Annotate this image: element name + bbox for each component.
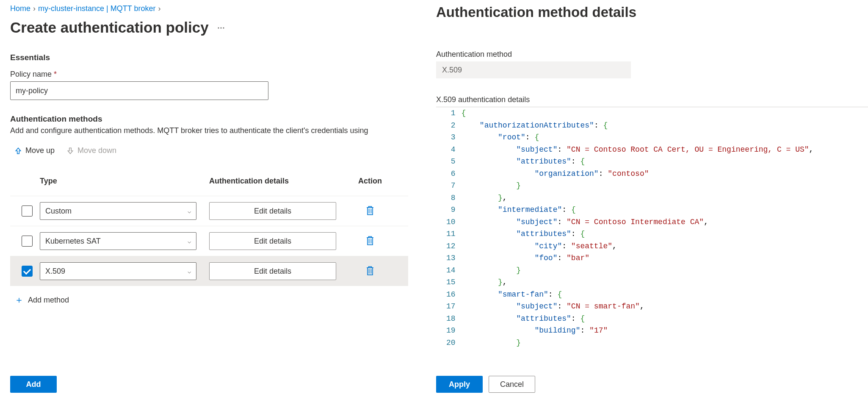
chevron-down-icon: ⌵: [188, 238, 191, 244]
right-pane-title: Authentication method details: [436, 4, 868, 20]
add-method-button[interactable]: ＋ Add method: [10, 294, 419, 306]
more-actions-button[interactable]: ⋯: [217, 23, 226, 32]
auth-methods-grid: Type Authentication details Action Custo…: [10, 166, 408, 286]
auth-method-label: Authentication method: [436, 50, 868, 59]
breadcrumb-home[interactable]: Home: [10, 4, 30, 13]
plus-icon: ＋: [14, 294, 24, 306]
json-editor[interactable]: 1 2 3 4 5 6 7 8 9 10 11 12 13 14 15 16 1…: [436, 107, 868, 349]
delete-row-button[interactable]: [365, 205, 375, 217]
delete-row-button[interactable]: [365, 236, 375, 247]
col-header-type: Type: [40, 177, 209, 186]
grid-header: Type Authentication details Action: [10, 166, 408, 196]
row-checkbox[interactable]: [22, 266, 33, 277]
right-footer: Apply Cancel: [436, 376, 535, 393]
command-bar: Move up Move down: [10, 143, 419, 158]
table-row[interactable]: Custom⌵Edit details: [10, 196, 408, 226]
chevron-right-icon: ›: [33, 4, 36, 13]
arrow-up-icon: [14, 147, 22, 155]
apply-button[interactable]: Apply: [436, 376, 483, 393]
right-pane: Authentication method details Authentica…: [419, 0, 868, 397]
policy-name-label: Policy name *: [10, 70, 419, 79]
page-title: Create authentication policy ⋯: [10, 19, 419, 36]
chevron-down-icon: ⌵: [188, 208, 191, 214]
editor-code[interactable]: { "authorizationAttributes": { "root": {…: [462, 107, 831, 349]
col-header-action: Action: [345, 177, 395, 186]
row-checkbox[interactable]: [22, 205, 33, 217]
chevron-down-icon: ⌵: [188, 268, 191, 275]
left-pane: Home › my-cluster-instance | MQTT broker…: [0, 0, 419, 397]
type-select-value: X.509: [45, 267, 65, 276]
move-up-label: Move up: [25, 146, 55, 155]
essentials-heading: Essentials: [10, 53, 419, 62]
table-row[interactable]: Kubernetes SAT⌵Edit details: [10, 226, 408, 256]
x509-details-label: X.509 authentication details: [436, 95, 868, 104]
add-button[interactable]: Add: [10, 376, 57, 393]
page-title-text: Create authentication policy: [10, 19, 209, 36]
type-select[interactable]: X.509⌵: [40, 262, 196, 280]
add-method-label: Add method: [28, 296, 69, 305]
col-header-details: Authentication details: [209, 177, 345, 186]
required-asterisk: *: [54, 70, 57, 78]
type-select[interactable]: Kubernetes SAT⌵: [40, 232, 196, 250]
move-down-button[interactable]: Move down: [66, 146, 116, 155]
chevron-right-icon: ›: [158, 4, 160, 13]
breadcrumb: Home › my-cluster-instance | MQTT broker…: [10, 4, 419, 13]
auth-method-field: Authentication method: [436, 50, 868, 78]
editor-gutter: 1 2 3 4 5 6 7 8 9 10 11 12 13 14 15 16 1…: [436, 107, 462, 349]
move-down-label: Move down: [77, 146, 116, 155]
policy-name-label-text: Policy name: [10, 70, 52, 78]
type-select-value: Custom: [45, 207, 72, 216]
left-footer: Add: [10, 376, 57, 393]
breadcrumb-cluster[interactable]: my-cluster-instance | MQTT broker: [38, 4, 155, 13]
delete-row-button[interactable]: [365, 266, 375, 277]
edit-details-button[interactable]: Edit details: [209, 202, 336, 220]
auth-method-input: [436, 61, 631, 78]
policy-name-input[interactable]: [10, 81, 268, 100]
move-up-button[interactable]: Move up: [14, 146, 55, 155]
row-checkbox[interactable]: [22, 236, 33, 247]
type-select-value: Kubernetes SAT: [45, 237, 101, 246]
edit-details-button[interactable]: Edit details: [209, 262, 336, 280]
auth-methods-helper: Add and configure authentication methods…: [10, 126, 419, 135]
type-select[interactable]: Custom⌵: [40, 202, 196, 220]
arrow-down-icon: [66, 147, 74, 155]
edit-details-button[interactable]: Edit details: [209, 232, 336, 250]
auth-methods-heading: Authentication methods: [10, 114, 419, 124]
cancel-button[interactable]: Cancel: [489, 376, 535, 393]
table-row[interactable]: X.509⌵Edit details: [10, 256, 408, 286]
